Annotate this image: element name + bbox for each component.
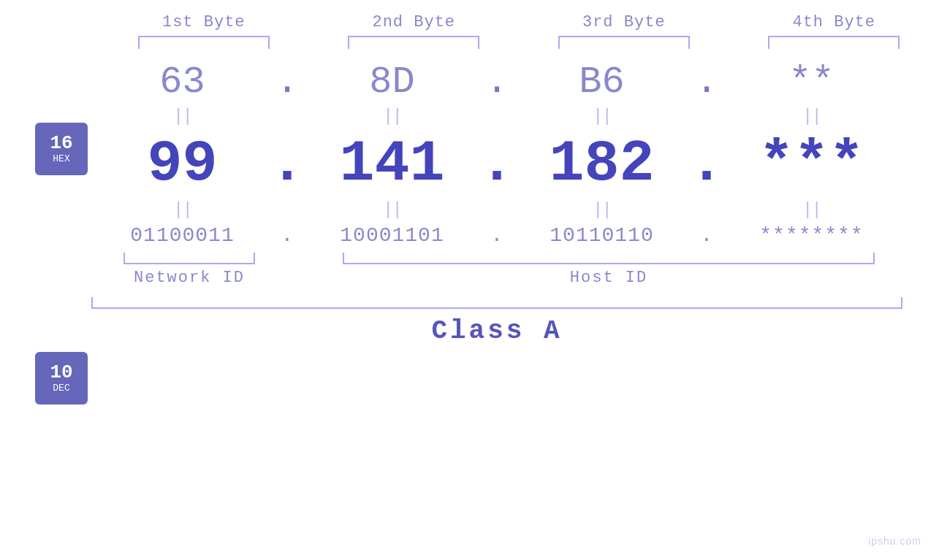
hex-dot-sym-2: . bbox=[485, 61, 508, 104]
eq-spacer-6 bbox=[693, 200, 721, 220]
eq-cell-3: || bbox=[511, 107, 693, 126]
dec-dot-2: . bbox=[483, 131, 511, 197]
eq-spacer-2 bbox=[483, 107, 511, 126]
host-bracket-cell bbox=[315, 253, 902, 264]
eq-cell-4: || bbox=[721, 107, 902, 126]
top-bracket-4 bbox=[768, 36, 900, 49]
hex-val-4: ** bbox=[788, 61, 834, 104]
bin-dot-sym-3: . bbox=[701, 224, 713, 247]
bin-dot-1: . bbox=[273, 224, 301, 247]
eq-cell-6: || bbox=[301, 200, 483, 220]
hex-row: 63 . 8D . B6 . ** bbox=[91, 61, 902, 104]
bin-row: 01100011 . 10001101 . 10110110 . bbox=[91, 224, 902, 247]
eq-sign-7: || bbox=[593, 200, 611, 220]
hex-dot-2: . bbox=[483, 61, 511, 104]
dec-cell-1: 99 bbox=[91, 131, 273, 197]
hex-val-1: 63 bbox=[159, 61, 205, 104]
bin-cell-2: 10001101 bbox=[301, 224, 483, 247]
dec-cell-3: 182 bbox=[511, 131, 693, 197]
watermark: ipshu.com bbox=[868, 535, 921, 547]
byte-headers: 1st Byte 2nd Byte 3rd Byte 4th Byte bbox=[0, 0, 939, 31]
network-id-label: Network ID bbox=[134, 269, 245, 287]
eq-sign-5: || bbox=[173, 200, 191, 220]
eq-spacer-4 bbox=[273, 200, 301, 220]
network-id-label-cell: Network ID bbox=[91, 269, 287, 287]
hex-dot-3: . bbox=[693, 61, 721, 104]
dec-dot-sym-2: . bbox=[479, 131, 514, 197]
net-bracket-cell bbox=[91, 253, 287, 264]
dec-val-2: 141 bbox=[339, 131, 444, 197]
id-label-row: Network ID Host ID bbox=[91, 269, 902, 287]
eq-spacer-5 bbox=[483, 200, 511, 220]
bin-cell-4: ******** bbox=[721, 224, 902, 247]
eq-sign-1: || bbox=[173, 107, 191, 126]
bin-val-1: 01100011 bbox=[130, 224, 234, 247]
top-bracket-2 bbox=[348, 36, 479, 49]
net-bracket bbox=[123, 253, 255, 264]
class-label-row: Class A bbox=[91, 316, 902, 346]
equals-row-1: || || || || bbox=[91, 107, 902, 126]
bin-cell-1: 01100011 bbox=[91, 224, 273, 247]
byte2-header: 2nd Byte bbox=[309, 13, 520, 31]
hex-cell-3: B6 bbox=[511, 61, 693, 104]
full-bracket bbox=[91, 297, 902, 309]
dec-row: 99 . 141 . 182 . *** bbox=[91, 131, 902, 197]
eq-cell-2: || bbox=[301, 107, 483, 126]
eq-spacer-1 bbox=[273, 107, 301, 126]
bin-val-2: 10001101 bbox=[340, 224, 444, 247]
dec-badge: 10 DEC bbox=[35, 352, 88, 404]
equals-row-2: || || || || bbox=[91, 200, 902, 220]
label-dot-spacer bbox=[287, 269, 315, 287]
eq-cell-7: || bbox=[511, 200, 693, 220]
bracket-cell-1 bbox=[99, 36, 309, 49]
hex-cell-1: 63 bbox=[91, 61, 273, 104]
eq-cell-8: || bbox=[721, 200, 902, 220]
bin-cell-3: 10110110 bbox=[511, 224, 693, 247]
host-bracket bbox=[343, 253, 875, 264]
hex-cell-4: ** bbox=[721, 61, 902, 104]
hex-dot-sym-3: . bbox=[695, 61, 718, 104]
bracket-cell-3 bbox=[519, 36, 729, 49]
bin-dot-sym-2: . bbox=[491, 224, 503, 247]
dec-cell-2: 141 bbox=[301, 131, 483, 197]
host-id-label-cell: Host ID bbox=[315, 269, 902, 287]
hex-badge-num: 16 bbox=[50, 133, 72, 154]
byte1-header: 1st Byte bbox=[99, 13, 309, 31]
top-bracket-1 bbox=[138, 36, 270, 49]
bin-val-4: ******** bbox=[759, 224, 863, 247]
eq-cell-5: || bbox=[91, 200, 273, 220]
hex-dot-sym-1: . bbox=[275, 61, 298, 104]
byte3-header: 3rd Byte bbox=[519, 13, 729, 31]
eq-sign-2: || bbox=[383, 107, 401, 126]
byte4-header: 4th Byte bbox=[729, 13, 940, 31]
dec-cell-4: *** bbox=[721, 131, 902, 197]
top-bracket-3 bbox=[558, 36, 690, 49]
bracket-cell-4 bbox=[729, 36, 940, 49]
bracket-cell-2 bbox=[309, 36, 520, 49]
hex-val-3: B6 bbox=[579, 61, 624, 104]
eq-cell-1: || bbox=[91, 107, 273, 126]
eq-sign-4: || bbox=[802, 107, 821, 126]
dec-dot-sym-3: . bbox=[689, 131, 724, 197]
top-bracket-row bbox=[0, 36, 939, 49]
bin-dot-2: . bbox=[483, 224, 511, 247]
class-label: Class A bbox=[431, 316, 562, 346]
dec-dot-1: . bbox=[273, 131, 301, 197]
bottom-bracket-area bbox=[91, 253, 902, 264]
bin-dot-sym-1: . bbox=[281, 224, 294, 247]
eq-sign-3: || bbox=[593, 107, 611, 126]
badges-column: 16 HEX 10 DEC 2 BIN bbox=[0, 58, 91, 560]
dec-badge-num: 10 bbox=[50, 362, 72, 383]
hex-badge: 16 HEX bbox=[35, 123, 88, 175]
bin-val-3: 10110110 bbox=[550, 224, 653, 247]
dec-dot-3: . bbox=[693, 131, 721, 197]
dec-val-4: *** bbox=[759, 131, 864, 197]
hex-cell-2: 8D bbox=[301, 61, 483, 104]
dec-badge-label: DEC bbox=[53, 383, 69, 394]
dec-dot-sym-1: . bbox=[270, 131, 305, 197]
full-bracket-row bbox=[91, 297, 902, 309]
dec-val-3: 182 bbox=[549, 131, 654, 197]
host-id-label: Host ID bbox=[570, 269, 647, 287]
eq-sign-6: || bbox=[383, 200, 401, 220]
eq-sign-8: || bbox=[802, 200, 821, 220]
